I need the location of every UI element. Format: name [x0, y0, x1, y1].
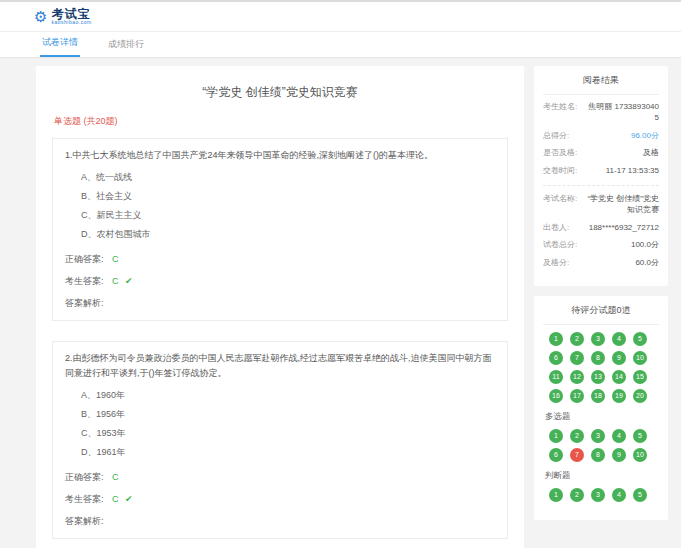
single-choice-number-grid: 1234567891011121314151617181920	[549, 332, 659, 403]
analysis-row: 答案解析:	[65, 297, 495, 310]
question-block-2: 2.由彭德怀为司令员兼政治委员的中国人民志愿军赴朝作战,经过志愿军艰苦卓绝的战斗…	[52, 341, 508, 539]
analysis-row: 答案解析:	[65, 515, 495, 528]
question-number-circle-11[interactable]: 11	[549, 370, 563, 384]
option-d: D、1961年	[81, 443, 495, 462]
brand-logo[interactable]: ⚙ 考试宝 kaoshibao.com	[34, 8, 92, 26]
grading-result-title: 阅卷结果	[543, 74, 659, 95]
brand-domain: kaoshibao.com	[51, 20, 91, 25]
question-number-circle-3[interactable]: 3	[591, 332, 605, 346]
question-number-circle-2[interactable]: 2	[570, 429, 584, 443]
option-d: D、农村包围城市	[81, 225, 495, 244]
exam-title: “学党史 创佳绩”党史知识竞赛	[52, 84, 508, 101]
question-number-circle-9[interactable]: 9	[612, 448, 626, 462]
question-number-circle-18[interactable]: 18	[591, 389, 605, 403]
question-number-circle-20[interactable]: 20	[633, 389, 647, 403]
result-row-author: 出卷人: 188****6932_72712	[543, 223, 659, 234]
option-c: C、新民主主义	[81, 206, 495, 225]
question-number-circle-3[interactable]: 3	[591, 488, 605, 502]
question-number-circle-15[interactable]: 15	[633, 370, 647, 384]
question-number-circle-2[interactable]: 2	[570, 332, 584, 346]
section-label-single-choice: 单选题 (共20题)	[54, 115, 508, 128]
question-number-circle-10[interactable]: 10	[633, 351, 647, 365]
question-number-circle-4[interactable]: 4	[612, 332, 626, 346]
question-number-circle-8[interactable]: 8	[591, 351, 605, 365]
question-number-circle-17[interactable]: 17	[570, 389, 584, 403]
tab-bar: 试卷详情 成绩排行	[0, 32, 681, 58]
analysis-label: 答案解析:	[65, 298, 104, 308]
question-number-circle-1[interactable]: 1	[549, 429, 563, 443]
judge-group-label: 判断题	[545, 470, 659, 482]
question-number-circle-13[interactable]: 13	[591, 370, 605, 384]
question-number-circle-1[interactable]: 1	[549, 488, 563, 502]
question-number-circle-7[interactable]: 7	[570, 351, 584, 365]
question-number-circle-16[interactable]: 16	[549, 389, 563, 403]
correct-answer-label: 正确答案:	[65, 472, 104, 482]
result-row-submit-time: 交卷时间: 11-17 13:53:35	[543, 166, 659, 177]
student-answer-value: C	[112, 276, 119, 286]
correct-answer-value: C	[112, 254, 119, 264]
total-score-value: 96.00分	[631, 131, 659, 142]
judge-number-grid: 12345	[549, 488, 659, 502]
question-number-circle-2[interactable]: 2	[570, 488, 584, 502]
analysis-label: 答案解析:	[65, 516, 104, 526]
question-number-circle-4[interactable]: 4	[612, 488, 626, 502]
content-area: “学党史 创佳绩”党史知识竞赛 单选题 (共20题) 1.中共七大系统地总结了中…	[0, 58, 681, 548]
option-c: C、1953年	[81, 424, 495, 443]
question-text: 2.由彭德怀为司令员兼政治委员的中国人民志愿军赴朝作战,经过志愿军艰苦卓绝的战斗…	[65, 351, 495, 380]
question-number-circle-5[interactable]: 5	[633, 332, 647, 346]
option-a: A、1960年	[81, 386, 495, 405]
question-number-circle-14[interactable]: 14	[612, 370, 626, 384]
exam-result-page: ⚙ 考试宝 kaoshibao.com 试卷详情 成绩排行 “学党史 创佳绩”党…	[0, 0, 681, 548]
option-b: B、1956年	[81, 405, 495, 424]
result-row-score: 总得分: 96.00分	[543, 131, 659, 142]
question-text: 1.中共七大系统地总结了中国共产党24年来领导中国革命的经验,深刻地阐述了()的…	[65, 148, 495, 162]
student-answer-row: 考生答案: C ✔	[65, 493, 495, 506]
correct-answer-row: 正确答案: C	[65, 253, 495, 266]
question-number-circle-4[interactable]: 4	[612, 429, 626, 443]
question-number-circle-5[interactable]: 5	[633, 488, 647, 502]
result-row-exam-name: 考试名称: “学党史 创佳绩”党史知识竞赛	[543, 194, 659, 216]
student-answer-value: C	[112, 494, 119, 504]
question-number-circle-8[interactable]: 8	[591, 448, 605, 462]
question-number-circle-1[interactable]: 1	[549, 332, 563, 346]
result-row-name: 考生姓名: 焦明丽 17338930405	[543, 102, 659, 124]
student-answer-label: 考生答案:	[65, 276, 104, 286]
question-number-circle-10[interactable]: 10	[633, 448, 647, 462]
tab-exam-detail[interactable]: 试卷详情	[40, 36, 80, 57]
correct-check-icon: ✔	[125, 276, 133, 286]
question-number-circle-19[interactable]: 19	[612, 389, 626, 403]
correct-answer-label: 正确答案:	[65, 254, 104, 264]
multi-choice-number-grid: 12345678910	[549, 429, 659, 462]
question-number-circle-7[interactable]: 7	[570, 448, 584, 462]
gear-person-logo-icon: ⚙	[34, 9, 47, 24]
result-row-total-points: 试卷总分: 100.0分	[543, 240, 659, 251]
question-map-card: 待评分试题0道 1234567891011121314151617181920 …	[534, 296, 668, 520]
correct-answer-row: 正确答案: C	[65, 471, 495, 484]
result-row-pass-line: 及格分: 60.0分	[543, 258, 659, 269]
option-b: B、社会主义	[81, 187, 495, 206]
correct-answer-value: C	[112, 472, 119, 482]
exam-paper: “学党史 创佳绩”党史知识竞赛 单选题 (共20题) 1.中共七大系统地总结了中…	[36, 66, 524, 548]
multi-choice-group-label: 多选题	[545, 411, 659, 423]
question-number-circle-3[interactable]: 3	[591, 429, 605, 443]
student-answer-label: 考生答案:	[65, 494, 104, 504]
pending-grading-title: 待评分试题0道	[543, 304, 659, 325]
question-number-circle-5[interactable]: 5	[633, 429, 647, 443]
correct-check-icon: ✔	[125, 494, 133, 504]
option-a: A、统一战线	[81, 168, 495, 187]
student-answer-row: 考生答案: C ✔	[65, 275, 495, 288]
top-header: ⚙ 考试宝 kaoshibao.com	[0, 2, 681, 32]
question-number-circle-12[interactable]: 12	[570, 370, 584, 384]
result-row-pass: 是否及格: 及格	[543, 148, 659, 159]
right-sidebar: 阅卷结果 考生姓名: 焦明丽 17338930405 总得分: 96.00分 是…	[534, 66, 668, 520]
tab-score-ranking[interactable]: 成绩排行	[106, 38, 146, 57]
question-number-circle-9[interactable]: 9	[612, 351, 626, 365]
question-number-circle-6[interactable]: 6	[549, 351, 563, 365]
question-number-circle-6[interactable]: 6	[549, 448, 563, 462]
card-divider	[543, 185, 659, 186]
grading-result-card: 阅卷结果 考生姓名: 焦明丽 17338930405 总得分: 96.00分 是…	[534, 66, 668, 286]
question-block-1: 1.中共七大系统地总结了中国共产党24年来领导中国革命的经验,深刻地阐述了()的…	[52, 138, 508, 321]
